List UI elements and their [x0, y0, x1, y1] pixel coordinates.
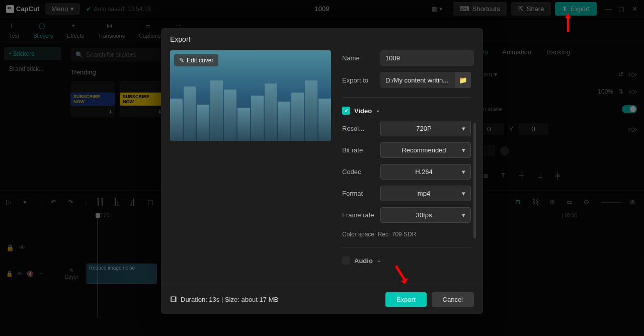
chevron-down-icon: ▾: [462, 125, 465, 132]
export-path: D:/My content writin...: [380, 72, 455, 88]
film-icon: 🎞: [170, 296, 177, 303]
audio-section-title: Audio: [354, 257, 373, 265]
cancel-button[interactable]: Cancel: [432, 292, 474, 307]
modal-scrollbar[interactable]: [473, 123, 476, 238]
modal-title: Export: [161, 28, 483, 50]
collapse-icon[interactable]: ▴: [377, 108, 379, 113]
color-space-info: Color space: Rec. 709 SDR: [342, 231, 471, 238]
chevron-down-icon: ▾: [462, 190, 465, 197]
name-input[interactable]: [380, 50, 474, 66]
annotation-arrow-bottom: [390, 264, 410, 289]
folder-icon: 📁: [459, 76, 467, 84]
resolution-select[interactable]: 720P▾: [380, 121, 471, 136]
cover-preview: ✎ Edit cover: [170, 50, 331, 141]
framerate-label: Frame rate: [342, 211, 375, 219]
edit-cover-button[interactable]: ✎ Edit cover: [174, 54, 218, 66]
video-checkbox[interactable]: ✔: [342, 107, 350, 115]
resolution-label: Resol...: [342, 125, 375, 132]
format-label: Format: [342, 190, 375, 197]
name-label: Name: [342, 54, 375, 62]
collapse-icon[interactable]: ▴: [378, 258, 380, 263]
svg-marker-0: [565, 13, 571, 32]
bitrate-label: Bit rate: [342, 146, 375, 154]
export-modal: Export ✎ Edit cover Name Export to D:: [161, 28, 483, 314]
chevron-down-icon: ▾: [462, 146, 465, 154]
codec-label: Codec: [342, 168, 375, 176]
video-section-title: Video: [354, 107, 372, 115]
framerate-select[interactable]: 30fps▾: [380, 207, 471, 223]
format-select[interactable]: mp4▾: [380, 186, 471, 201]
chevron-down-icon: ▾: [462, 211, 465, 219]
exportto-label: Export to: [342, 76, 375, 84]
codec-select[interactable]: H.264▾: [380, 164, 471, 180]
annotation-arrow-top: [563, 13, 573, 32]
audio-checkbox[interactable]: [342, 257, 350, 265]
export-info: 🎞 Duration: 13s | Size: about 17 MB: [170, 296, 278, 303]
export-confirm-button[interactable]: Export: [385, 292, 427, 307]
pencil-icon: ✎: [179, 57, 184, 64]
chevron-down-icon: ▾: [462, 168, 465, 176]
bitrate-select[interactable]: Recommended▾: [380, 142, 471, 158]
svg-marker-1: [395, 265, 408, 284]
browse-folder-button[interactable]: 📁: [455, 72, 471, 88]
